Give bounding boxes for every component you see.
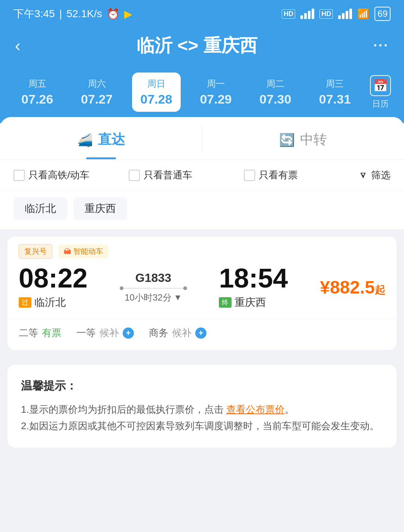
date-item-1[interactable]: 周六 07.27: [73, 73, 121, 112]
filter-putong[interactable]: 只看普通车: [129, 169, 244, 182]
arrive-badge: 终: [219, 297, 232, 308]
depart-time: 08:22: [19, 265, 88, 292]
arrive-block: 18:54 终 重庆西: [219, 265, 288, 310]
hd-badge-2: HD: [319, 9, 333, 19]
filter-bar: 只看高铁/动车 只看普通车 只看有票 ⛛ 筛选: [0, 159, 404, 191]
tag-fuxing: 复兴号: [19, 244, 52, 259]
status-right: HD HD 📶 69: [282, 7, 391, 21]
depart-station: 临沂北: [34, 295, 66, 310]
signal-bars-2: [338, 9, 352, 19]
hd-badge-1: HD: [282, 9, 295, 19]
station-tag-1[interactable]: 重庆西: [73, 197, 127, 220]
seat-status-1: 候补: [100, 326, 119, 339]
tab-direct[interactable]: 🚄 直达: [0, 117, 202, 159]
train-duration[interactable]: 10小时32分 ▼: [125, 292, 182, 304]
add-waitlist-1[interactable]: +: [123, 327, 134, 339]
notice-section: 温馨提示： 1.显示的票价均为折扣后的最低执行票价，点击 查看公布票价。 2.如…: [7, 365, 397, 448]
page-title: 临沂 <> 重庆西: [137, 34, 257, 58]
depart-station-info: 过 临沂北: [19, 295, 88, 310]
depart-badge: 过: [19, 297, 31, 308]
train-section: 复兴号 🏔 智能动车 08:22 过 临沂北 G183: [0, 229, 404, 357]
nav-bar: ‹ 临沂 <> 重庆西 ···: [0, 26, 404, 67]
station-tag-0[interactable]: 临沂北: [13, 197, 67, 220]
filter-youpiao[interactable]: 只看有票: [244, 169, 359, 182]
signal-bars: [300, 9, 314, 19]
filter-gaotie[interactable]: 只看高铁/动车: [13, 169, 129, 182]
train-number: G1833: [135, 271, 171, 285]
checkbox-gaotie[interactable]: [13, 170, 25, 181]
price-block: ¥882.5起: [320, 277, 385, 298]
tab-bar: 🚄 直达 🔄 中转: [0, 117, 404, 159]
notice-line-2: 2.如因运力原因或其他不可控因素导致列车调度调整时，当前车型可能会发生变动。: [21, 420, 379, 431]
checkbox-youpiao[interactable]: [244, 170, 255, 181]
battery: 69: [374, 7, 391, 21]
status-left: 下午3:45 | 52.1K/s ⏰ ▶: [13, 7, 132, 21]
date-item-0[interactable]: 周五 07.26: [13, 73, 62, 112]
train-card[interactable]: 复兴号 🏔 智能动车 08:22 过 临沂北 G183: [7, 237, 397, 350]
depart-block: 08:22 过 临沂北: [19, 265, 88, 310]
seat-status-2: 候补: [172, 326, 192, 339]
status-bar: 下午3:45 | 52.1K/s ⏰ ▶ HD HD 📶 69: [0, 0, 404, 26]
status-separator: |: [59, 8, 62, 20]
clock-icon: ⏰: [107, 8, 120, 20]
date-item-5[interactable]: 周三 07.31: [310, 73, 359, 112]
tab-direct-label: 直达: [98, 130, 125, 149]
arrive-station-info: 终 重庆西: [219, 295, 288, 310]
seat-row: 二等 有票 一等 候补 + 商务 候补 +: [7, 319, 397, 350]
date-selector: 周五 07.26 周六 07.27 周日 07.28 周一 07.29 周二 0…: [0, 67, 404, 123]
train-price: ¥882.5起: [320, 277, 385, 297]
back-button[interactable]: ‹: [15, 36, 21, 55]
video-icon: ▶: [124, 8, 132, 20]
wifi-icon: 📶: [357, 8, 369, 20]
train-route-line: [120, 288, 187, 289]
checkbox-putong[interactable]: [129, 170, 140, 181]
seat-second: 二等 有票: [19, 326, 61, 339]
notice-body: 1.显示的票价均为折扣后的最低执行票价，点击 查看公布票价。 2.如因运力原因或…: [21, 401, 383, 434]
calendar-button[interactable]: 📅 日历: [370, 75, 391, 110]
status-speed: 52.1K/s: [67, 8, 102, 20]
station-tags: 临沂北 重庆西: [0, 191, 404, 229]
date-item-2-active[interactable]: 周日 07.28: [132, 73, 181, 112]
tab-transfer[interactable]: 🔄 中转: [202, 117, 404, 159]
arrive-station: 重庆西: [235, 295, 266, 310]
date-item-3[interactable]: 周一 07.29: [192, 73, 240, 112]
filter-sort-button[interactable]: ⛛ 筛选: [359, 169, 391, 182]
date-item-4[interactable]: 周二 07.30: [251, 73, 300, 112]
train-icon: 🚄: [77, 132, 93, 147]
add-waitlist-2[interactable]: +: [195, 327, 206, 339]
tag-smart: 🏔 智能动车: [58, 245, 108, 258]
arrive-time: 18:54: [219, 265, 288, 292]
train-card-header: 复兴号 🏔 智能动车: [7, 237, 397, 259]
more-button[interactable]: ···: [373, 38, 389, 53]
status-time: 下午3:45: [13, 7, 55, 21]
notice-link[interactable]: 查看公布票价: [226, 404, 285, 415]
main-content: 🚄 直达 🔄 中转 只看高铁/动车 只看普通车 只看有票 ⛛ 筛选 临沂北: [0, 117, 404, 448]
calendar-icon: 📅: [370, 75, 391, 96]
notice-line-1-end: 。: [285, 404, 294, 415]
tab-transfer-label: 中转: [300, 130, 327, 149]
notice-line-1: 1.显示的票价均为折扣后的最低执行票价，点击: [21, 404, 226, 415]
expand-icon: ▼: [174, 293, 182, 302]
notice-title: 温馨提示：: [21, 378, 383, 394]
funnel-icon: ⛛: [359, 170, 368, 181]
seat-status-0: 有票: [42, 326, 61, 339]
train-middle: G1833 10小时32分 ▼: [120, 271, 187, 304]
train-main-info: 08:22 过 临沂北 G1833 10小时32分 ▼: [7, 259, 397, 319]
smart-icon: 🏔: [64, 247, 71, 256]
seat-first: 一等 候补 +: [76, 326, 134, 339]
transfer-icon: 🔄: [279, 132, 295, 147]
seat-business: 商务 候补 +: [149, 326, 206, 339]
